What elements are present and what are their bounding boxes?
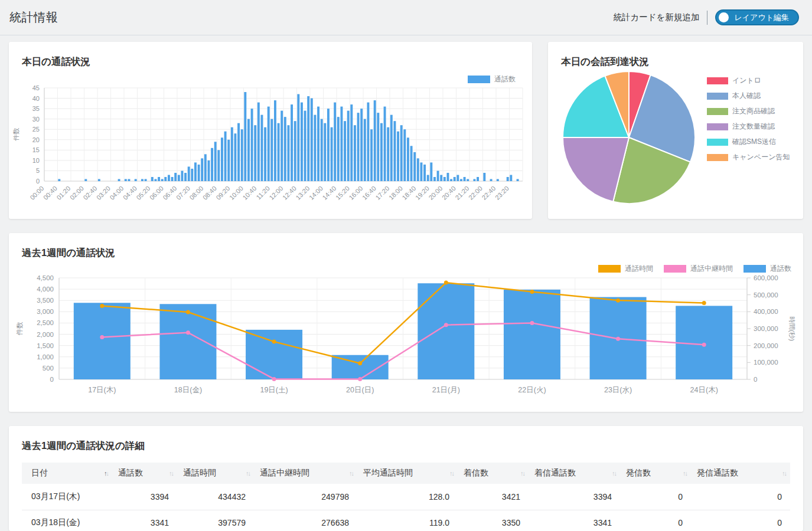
legend-label: 注文数量確認 (732, 122, 775, 132)
x-tick-label: 09:20 (214, 185, 231, 201)
value-cell: 0 (691, 484, 790, 510)
sort-arrows-icon[interactable]: ↑↓ (169, 470, 173, 477)
x-tick-label: 18:40 (400, 185, 417, 201)
x-category-label: 18日(金) (174, 386, 202, 394)
bar (264, 127, 266, 181)
column-header-9[interactable]: 発信通話数↑↓ (691, 463, 790, 484)
bar (460, 179, 462, 181)
legend-swatch (707, 139, 728, 146)
reach-legend-item[interactable]: 注文商品確認 (707, 106, 790, 116)
reach-legend-item[interactable]: 注文数量確認 (707, 122, 790, 132)
bar (497, 179, 499, 181)
sort-arrows-icon[interactable]: ↑↓ (520, 470, 524, 477)
column-label: 通話数 (118, 468, 143, 477)
column-header-7[interactable]: 着信通話数↑↓ (529, 463, 620, 484)
column-header-6[interactable]: 着信数↑↓ (458, 463, 529, 484)
bar (214, 142, 217, 181)
card-weekly-calls-title: 過去1週間の通話状況 (9, 233, 803, 260)
x-tick-label: 18:00 (387, 185, 404, 201)
bar (241, 129, 243, 181)
bar (510, 175, 512, 181)
sort-arrows-icon[interactable]: ↑↓ (246, 470, 250, 477)
bar (327, 109, 330, 181)
bar (231, 127, 233, 181)
x-tick-label: 06:40 (161, 185, 178, 201)
value-cell: 397579 (177, 510, 254, 531)
sort-arrows-icon[interactable]: ↑↓ (349, 470, 353, 477)
bar (270, 119, 273, 181)
y-tick-label: 25 (32, 126, 40, 133)
column-header-3[interactable]: 通話時間↑↓ (177, 463, 254, 484)
bar (257, 103, 260, 181)
reach-legend-item[interactable]: 本人確認 (707, 91, 790, 101)
bar (224, 132, 227, 181)
x-tick-label: 08:00 (188, 185, 204, 201)
left-tick-label: 500 (43, 365, 54, 372)
x-tick-label: 02:40 (81, 185, 98, 201)
sort-arrows-icon[interactable]: ↑↓ (612, 470, 616, 477)
bar (337, 117, 340, 181)
column-header-8[interactable]: 発信数↑↓ (620, 463, 691, 484)
value-cell: 3421 (458, 484, 529, 510)
reach-legend-item[interactable]: キャンペーン告知 (707, 152, 790, 162)
reach-legend-item[interactable]: イントロ (707, 76, 790, 86)
sort-arrows-icon[interactable]: ↑↓ (683, 470, 687, 477)
toggle-knob-icon (719, 12, 729, 22)
bar (191, 169, 193, 181)
line-point (358, 377, 362, 381)
x-tick-label: 01:20 (55, 185, 71, 201)
bar (483, 173, 485, 181)
bar (317, 107, 319, 181)
line-point (530, 321, 534, 325)
bar (433, 177, 436, 181)
bar (397, 132, 399, 181)
line-point (358, 361, 362, 365)
sort-arrows-icon[interactable]: ↑↓ (782, 470, 786, 477)
legend-swatch (707, 77, 728, 84)
column-header-1[interactable]: 日付↑↓ (22, 463, 112, 484)
legend-label: キャンペーン告知 (732, 152, 790, 162)
bar (417, 158, 419, 181)
legend-swatch (707, 123, 728, 130)
weekly-legend-item[interactable]: 通話数 (743, 264, 791, 274)
bar (390, 115, 393, 181)
legend-label: 通話数 (770, 264, 791, 274)
reach-legend: イントロ本人確認注文商品確認注文数量確認確認SMS送信キャンペーン告知 (707, 76, 790, 162)
left-tick-label: 2,000 (37, 331, 54, 338)
y-tick-label: 40 (32, 95, 40, 102)
line-point (186, 330, 190, 335)
bar (181, 171, 183, 181)
value-cell: 276638 (254, 510, 357, 531)
add-card-button[interactable]: 統計カードを新規追加 (613, 12, 699, 23)
value-cell: 0 (620, 484, 691, 510)
sort-arrows-icon[interactable]: ↑↓ (449, 470, 454, 477)
bar (118, 179, 120, 181)
x-category-label: 20日(日) (346, 386, 374, 394)
bar (321, 119, 323, 181)
column-header-2[interactable]: 通話数↑↓ (112, 463, 177, 484)
right-tick-label: 300,000 (754, 325, 778, 332)
y-tick-label: 0 (36, 178, 40, 185)
bar (354, 125, 356, 181)
column-header-5[interactable]: 平均通話時間↑↓ (357, 463, 458, 484)
legend-swatch (598, 265, 621, 273)
value-cell: 249798 (254, 484, 357, 510)
weekly-legend-item[interactable]: 通話時間 (598, 264, 653, 274)
y-tick-label: 10 (32, 157, 40, 164)
layout-edit-toggle[interactable]: レイアウト編集 (715, 9, 799, 25)
line-point (702, 301, 706, 305)
y-tick-label: 45 (32, 84, 40, 91)
reach-legend-item[interactable]: 確認SMS送信 (707, 137, 790, 147)
bar (427, 175, 429, 181)
sort-arrows-icon[interactable]: ↑↓ (104, 470, 108, 477)
left-axis-title: 件数 (16, 322, 23, 336)
weekly-legend-item[interactable]: 通話中継時間 (664, 264, 733, 274)
column-label: 着信通話数 (534, 468, 576, 477)
bar (364, 119, 366, 181)
bar (234, 133, 236, 181)
bar (440, 175, 442, 181)
bar (384, 107, 386, 181)
y-axis-title: 件数 (12, 128, 19, 141)
column-header-4[interactable]: 通話中継時間↑↓ (254, 463, 357, 484)
value-cell: 434432 (177, 484, 254, 510)
